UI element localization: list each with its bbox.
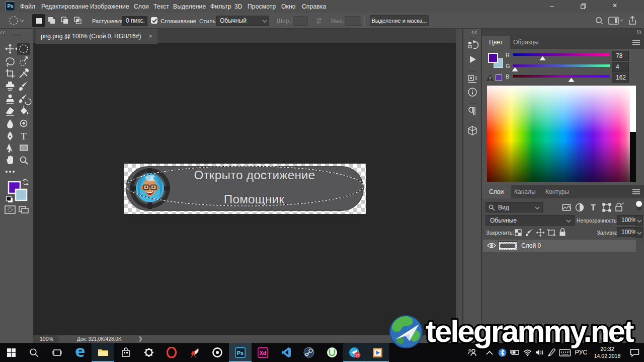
svg-text:35: 35 — [355, 353, 359, 357]
svg-text:Помощник: Помощник — [224, 192, 285, 206]
svg-text:Xd: Xd — [260, 350, 266, 356]
svg-text:T: T — [21, 131, 27, 141]
svg-text:T: T — [591, 203, 596, 212]
svg-text:Ps: Ps — [237, 350, 244, 356]
svg-text:Открыто достижение: Открыто достижение — [194, 168, 315, 182]
svg-text:fx: fx — [556, 333, 561, 340]
